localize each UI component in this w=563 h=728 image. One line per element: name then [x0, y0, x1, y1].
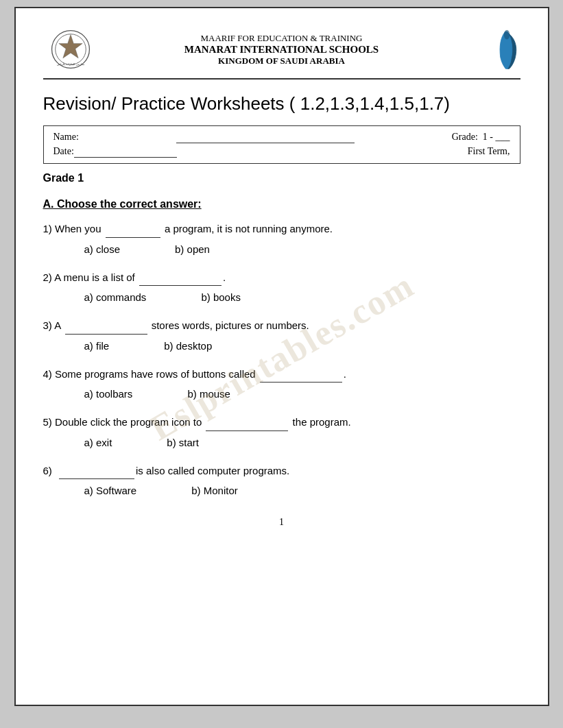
q4-number: 4): [43, 368, 52, 380]
q6-blank: [59, 463, 134, 480]
header-line2: MANARAT INTERNATIONAL SCHOOLS: [98, 44, 466, 56]
question-3: 3) A stores words, pictures or numbers. …: [43, 318, 520, 352]
page-number: 1: [279, 517, 284, 527]
header-text: MAARIF FOR EDUCATION & TRAINING MANARAT …: [98, 33, 466, 66]
question-6-text: 6) is also called computer programs.: [43, 463, 520, 480]
name-label: Name:: [53, 132, 79, 143]
q4-options: a) toolbars b) mouse: [43, 388, 520, 400]
question-2-text: 2) A menu is a list of .: [43, 270, 520, 287]
svg-point-4: [503, 30, 510, 40]
grade-info: Grade: 1 - ___: [452, 132, 510, 143]
question-2: 2) A menu is a list of . a) commands b) …: [43, 270, 520, 304]
svg-text:مدارس المنارات بالرياض: مدارس المنارات بالرياض: [57, 62, 84, 66]
question-4-text: 4) Some programs have rows of buttons ca…: [43, 367, 520, 383]
date-label: Date:: [53, 146, 74, 158]
q6-option-a: a) Software: [84, 485, 137, 496]
worksheet-title: Revision/ Practice Worksheets ( 1.2,1.3,…: [43, 93, 520, 114]
q1-option-a: a) close: [84, 243, 121, 255]
question-1: 1) When you a program, it is not running…: [43, 221, 520, 255]
question-5: 5) Double click the program icon to the …: [43, 415, 520, 448]
question-4: 4) Some programs have rows of buttons ca…: [43, 367, 520, 400]
grade-display: Grade 1: [43, 172, 520, 184]
q3-option-b: b) desktop: [164, 340, 212, 352]
q4-blank: [260, 367, 342, 383]
header-line1: MAARIF FOR EDUCATION & TRAINING: [98, 33, 466, 44]
q2-option-a: a) commands: [84, 291, 147, 303]
page-footer: 1: [43, 517, 520, 528]
q2-blank: [139, 270, 221, 287]
grade-value: 1 - ___: [483, 132, 510, 142]
q5-options: a) exit b) start: [43, 437, 520, 448]
q5-blank: [206, 415, 288, 431]
q1-blank: [106, 221, 160, 238]
term-label: First Term,: [468, 146, 510, 158]
grade-label-text: Grade:: [452, 132, 478, 142]
name-row: Name: Grade: 1 - ___: [53, 132, 510, 143]
q3-options: a) file b) desktop: [43, 340, 520, 352]
q3-blank: [65, 318, 147, 335]
question-5-text: 5) Double click the program icon to the …: [43, 415, 520, 431]
q1-option-b: b) open: [175, 243, 210, 255]
q6-option-b: b) Monitor: [191, 485, 238, 496]
q5-option-a: a) exit: [84, 437, 112, 448]
date-line: [74, 146, 177, 158]
questions-container: 1) When you a program, it is not running…: [43, 221, 520, 496]
worksheet-page: Eslprintables.com مدارس المنارات بالرياض…: [14, 7, 549, 706]
q2-number: 2): [43, 271, 52, 283]
q4-option-a: a) toolbars: [84, 388, 133, 400]
header-line3: KINGDOM OF SAUDI ARABIA: [98, 56, 466, 66]
info-box: Name: Grade: 1 - ___ Date: First Term,: [43, 125, 520, 164]
q6-options: a) Software b) Monitor: [43, 485, 520, 496]
question-3-text: 3) A stores words, pictures or numbers.: [43, 318, 520, 335]
q5-option-b: b) start: [167, 437, 199, 448]
date-row: Date: First Term,: [53, 146, 510, 158]
q3-number: 3): [43, 319, 52, 331]
section-a-header: A. Choose the correct answer:: [43, 198, 520, 210]
school-emblem: مدارس المنارات بالرياض: [43, 29, 98, 70]
q2-option-b: b) books: [201, 291, 241, 303]
q1-number: 1): [43, 223, 52, 234]
q6-number: 6): [43, 465, 52, 476]
manarat-logo: [466, 29, 520, 70]
question-6: 6) is also called computer programs. a) …: [43, 463, 520, 497]
name-line: [176, 132, 355, 143]
q1-options: a) close b) open: [43, 243, 520, 255]
q2-options: a) commands b) books: [43, 291, 520, 303]
page-header: مدارس المنارات بالرياض MAARIF FOR EDUCAT…: [43, 29, 520, 80]
q3-option-a: a) file: [84, 340, 110, 352]
q5-number: 5): [43, 416, 52, 428]
svg-marker-2: [58, 35, 82, 58]
q4-option-b: b) mouse: [187, 388, 230, 400]
question-1-text: 1) When you a program, it is not running…: [43, 221, 520, 238]
